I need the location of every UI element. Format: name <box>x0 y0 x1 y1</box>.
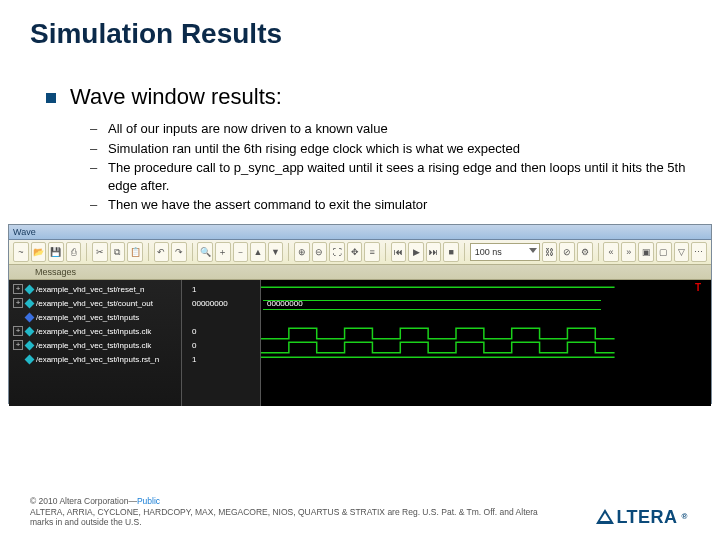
bullet-text: Wave window results: <box>70 84 282 110</box>
filter-icon[interactable]: ▽ <box>674 242 690 262</box>
signal-value: 0 <box>186 327 196 336</box>
signal-values-column: 100000000001 <box>182 280 261 406</box>
signal-value-row: 0 <box>182 338 260 352</box>
print-icon[interactable]: ⎙ <box>66 242 82 262</box>
altera-logo-text: LTERA <box>616 506 677 529</box>
zoom-out-icon[interactable]: ⊖ <box>312 242 328 262</box>
group-icon[interactable]: ▣ <box>638 242 654 262</box>
play-icon[interactable]: ▶ <box>408 242 424 262</box>
stop-icon[interactable]: ■ <box>443 242 459 262</box>
signal-value: 00000000 <box>186 299 228 308</box>
chevron-down-icon <box>529 248 537 253</box>
waveform-row <box>261 326 711 340</box>
sub-bullet-text: Then we have the assert command to exit … <box>108 196 427 214</box>
sub-bullet-text: Simulation ran until the 6th rising edge… <box>108 140 520 158</box>
collapse-icon[interactable]: « <box>603 242 619 262</box>
signal-row[interactable]: +/example_vhd_vec_tst/reset_n <box>9 282 181 296</box>
sub-bullet-text: All of our inputs are now driven to a kn… <box>108 120 388 138</box>
slide: Simulation Results Wave window results: … <box>0 0 720 540</box>
signal-diamond-icon <box>25 340 35 350</box>
toolbar-separator <box>598 243 599 261</box>
signal-name: /example_vhd_vec_tst/inputs.rst_n <box>36 355 159 364</box>
signal-value-row: 1 <box>182 282 260 296</box>
signal-value-row: 0 <box>182 324 260 338</box>
wave-toolbar: ~📂💾⎙✂⧉📋↶↷🔍＋－▲▼⊕⊖⛶✥≡⏮▶⏭■100 ns⛓⊘⚙«»▣▢▽⋯ <box>9 240 711 265</box>
trademark-line: ALTERA, ARRIA, CYCLONE, HARDCOPY, MAX, M… <box>30 507 550 528</box>
expand-icon[interactable]: + <box>13 284 23 294</box>
break-icon[interactable]: ⊘ <box>559 242 575 262</box>
signal-row[interactable]: +/example_vhd_vec_tst/count_out <box>9 296 181 310</box>
sub-bullet: – The procedure call to p_sync_app waite… <box>90 159 690 194</box>
time-step-field[interactable]: 100 ns <box>470 243 540 261</box>
public-label: Public <box>137 496 160 506</box>
footer: © 2010 Altera Corporation—Public ALTERA,… <box>30 496 690 528</box>
step-fwd-icon[interactable]: ⏭ <box>426 242 442 262</box>
add-icon[interactable]: ＋ <box>215 242 231 262</box>
redo-icon[interactable]: ↷ <box>171 242 187 262</box>
up-icon[interactable]: ▲ <box>250 242 266 262</box>
signal-name: /example_vhd_vec_tst/reset_n <box>36 285 145 294</box>
wave-titlebar: Wave <box>9 225 711 240</box>
signal-diamond-icon <box>25 312 35 322</box>
zoom-full-icon[interactable]: ⛶ <box>329 242 345 262</box>
copyright-text: © 2010 Altera Corporation— <box>30 496 137 506</box>
expand-icon[interactable]: + <box>13 298 23 308</box>
signal-row[interactable]: +/example_vhd_vec_tst/inputs.clk <box>9 338 181 352</box>
toolbar-separator <box>385 243 386 261</box>
signal-diamond-icon <box>25 354 35 364</box>
expand-icon[interactable]: + <box>13 326 23 336</box>
dash-icon: – <box>90 159 98 177</box>
ungroup-icon[interactable]: ▢ <box>656 242 672 262</box>
waveform-row: 00000000 <box>261 298 711 312</box>
cut-icon[interactable]: ✂ <box>92 242 108 262</box>
signal-diamond-icon <box>25 284 35 294</box>
signal-diamond-icon <box>25 326 35 336</box>
sub-bullet-text: The procedure call to p_sync_app waited … <box>108 159 690 194</box>
signal-row[interactable]: /example_vhd_vec_tst/inputs.rst_n <box>9 352 181 366</box>
find-icon[interactable]: 🔍 <box>197 242 213 262</box>
signal-row[interactable]: +/example_vhd_vec_tst/inputs.clk <box>9 324 181 338</box>
bullet-level1: Wave window results: <box>46 84 690 110</box>
signal-row[interactable]: /example_vhd_vec_tst/inputs <box>9 310 181 324</box>
signal-name: /example_vhd_vec_tst/count_out <box>36 299 153 308</box>
copy-icon[interactable]: ⧉ <box>110 242 126 262</box>
dash-icon: – <box>90 196 98 214</box>
remove-icon[interactable]: － <box>233 242 249 262</box>
wave-title-text: Wave <box>13 227 36 237</box>
save-icon[interactable]: 💾 <box>48 242 64 262</box>
dash-icon: – <box>90 120 98 138</box>
zoom-in-icon[interactable]: ⊕ <box>294 242 310 262</box>
toolbar-separator <box>192 243 193 261</box>
wave-area: +/example_vhd_vec_tst/reset_n+/example_v… <box>9 280 711 406</box>
signal-value-row: 00000000 <box>182 296 260 310</box>
altera-logo: LTERA ® <box>596 506 688 529</box>
signal-name: /example_vhd_vec_tst/inputs <box>36 313 139 322</box>
waveform-row <box>261 354 711 368</box>
undo-icon[interactable]: ↶ <box>154 242 170 262</box>
ruler-icon[interactable]: ≡ <box>364 242 380 262</box>
signal-value: 1 <box>186 285 196 294</box>
slide-body: Wave window results: – All of our inputs… <box>46 84 690 216</box>
messages-label: Messages <box>35 267 76 277</box>
sub-bullets: – All of our inputs are now driven to a … <box>90 120 690 214</box>
signal-value-row <box>182 310 260 324</box>
copyright-line: © 2010 Altera Corporation—Public <box>30 496 690 507</box>
down-icon[interactable]: ▼ <box>268 242 284 262</box>
config-icon[interactable]: ⚙ <box>577 242 593 262</box>
link-icon[interactable]: ⛓ <box>542 242 558 262</box>
file-open-icon[interactable]: 📂 <box>31 242 47 262</box>
cursor-icon[interactable]: ✥ <box>347 242 363 262</box>
expand-icon[interactable]: + <box>13 340 23 350</box>
time-step-value: 100 ns <box>475 247 502 257</box>
sub-bullet: – Then we have the assert command to exi… <box>90 196 690 214</box>
signal-value: 0 <box>186 341 196 350</box>
wave-icon[interactable]: ~ <box>13 242 29 262</box>
signal-diamond-icon <box>25 298 35 308</box>
sub-bullet: – All of our inputs are now driven to a … <box>90 120 690 138</box>
toolbar-separator <box>288 243 289 261</box>
signal-value: 1 <box>186 355 196 364</box>
options-icon[interactable]: ⋯ <box>691 242 707 262</box>
paste-icon[interactable]: 📋 <box>127 242 143 262</box>
expand-icon[interactable]: » <box>621 242 637 262</box>
step-back-icon[interactable]: ⏮ <box>391 242 407 262</box>
